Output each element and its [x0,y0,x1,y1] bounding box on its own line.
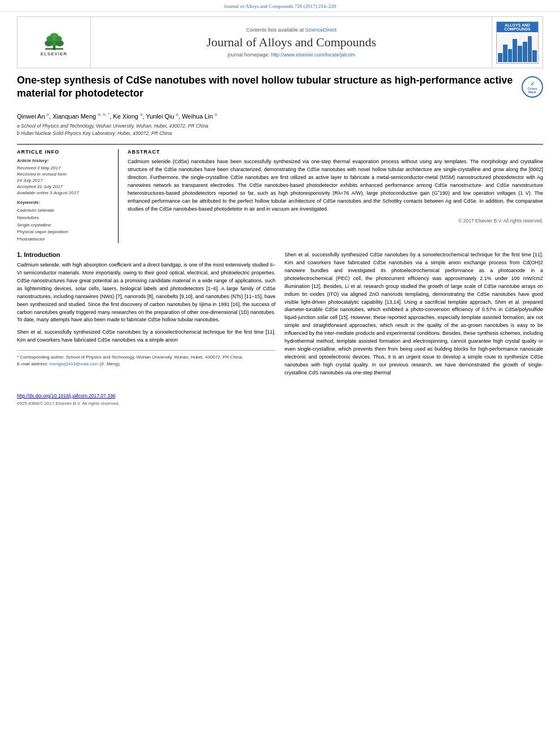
journal-cover-thumbnail: ALLOYS AND COMPOUNDS [496,21,539,64]
article-info-heading: ARTICLE INFO [17,149,111,155]
received-revised-date: 24 July 2017 [17,178,111,183]
intro-paragraph-2-partial: Shen et al. successfully synthesized CdS… [17,329,275,344]
intro-number: 1. [17,251,22,258]
crossmark-icon: ✓ Cross Mark [522,76,543,98]
keyword-2: Nanotubes [17,215,111,222]
journal-homepage: journal homepage: http://www.elsevier.co… [228,52,355,58]
journal-header: ELSEVIER Contents lists available at Sci… [17,16,543,68]
received-date: Received 3 May 2017 [17,165,111,171]
footnote-email-line: E-mail address: mengxq3413@mail.com (X. … [17,361,275,368]
intro-paragraph-1: Cadmium selenide, with high absorption c… [17,261,275,325]
svg-point-5 [46,36,53,41]
main-left-col: 1. Introduction Cadmium selenide, with h… [17,251,275,382]
bar-8 [532,50,537,62]
bar-2 [503,45,508,62]
abstract-heading: ABSTRACT [128,149,543,155]
authors-line: Qinwei An a, Xianquan Meng a, b, *, Ke X… [17,112,543,120]
history-label: Article history: [17,158,111,163]
bar-chart [498,33,537,62]
sciencedirect-link[interactable]: ScienceDirect [305,27,337,33]
journal-ref-text: Journal of Alloys and Compounds 726 (201… [224,3,336,9]
footnote-star: * Corresponding author. School of Physic… [17,354,275,361]
journal-center: Contents lists available at ScienceDirec… [91,17,492,68]
title-section: ✓ Cross Mark One-step synthesis of CdSe … [17,74,543,106]
email-address: mengxq3413@mail.com [50,361,98,366]
keyword-5: Photodetector [17,236,111,243]
keyword-3: Single-crystalline [17,222,111,229]
available-online: Available online 3 August 2017 [17,190,111,195]
main-content: 1. Introduction Cadmium selenide, with h… [17,251,543,382]
email-suffix: (X. Meng). [99,361,120,366]
keyword-1: Cadmium selenide [17,207,111,215]
cover-title: ALLOYS AND COMPOUNDS [497,22,538,32]
intro-title: Introduction [24,251,60,258]
received-revised: Received in revised form [17,172,111,177]
bar-6 [523,42,527,62]
intro-paragraph-right: Shen et al. successfully synthesized CdS… [285,251,543,377]
homepage-label: journal homepage: [228,52,270,58]
accepted-date: Accepted 31 July 2017 [17,184,111,189]
svg-point-6 [55,36,62,41]
keywords-label: Keywords: [17,200,111,205]
right-logo-container: ALLOYS AND COMPOUNDS [492,17,542,68]
paper-body: ✓ Cross Mark One-step synthesis of CdSe … [17,74,543,382]
email-label: E-mail address: [17,361,49,366]
bar-3 [508,49,513,62]
affiliations: a School of Physics and Technology, Wuha… [17,123,543,137]
elsevier-tree-icon [40,29,68,51]
elsevier-name: ELSEVIER [41,51,68,56]
elsevier-logo-container: ELSEVIER [18,17,91,68]
abstract-text: Cadmium selenide (CdSe) nanotubes have b… [128,158,543,213]
homepage-link[interactable]: http://www.elsevier.com/locate/jalcom [271,52,355,58]
footnote-section: * Corresponding author. School of Physic… [17,350,275,368]
contents-text: Contents lists available at [246,27,304,33]
cover-chart [497,32,538,63]
article-info-col: ARTICLE INFO Article history: Received 3… [17,149,119,243]
copyright-line: © 2017 Elsevier B.V. All rights reserved… [128,218,543,224]
intro-heading: 1. Introduction [17,251,275,258]
doi-url[interactable]: http://dx.doi.org/10.1016/j.jallcom.2017… [17,393,115,399]
bar-1 [498,53,502,62]
journal-title: Journal of Alloys and Compounds [207,35,377,50]
crossmark-badge: ✓ Cross Mark [522,76,543,98]
svg-rect-7 [45,48,63,49]
article-title: One-step synthesis of CdSe nanotubes wit… [17,74,543,101]
affiliation-a: a School of Physics and Technology, Wuha… [17,123,543,130]
journal-reference: Journal of Alloys and Compounds 726 (201… [0,0,560,12]
keywords-list: Cadmium selenide Nanotubes Single-crysta… [17,207,111,243]
main-right-col: Shen et al. successfully synthesized CdS… [285,251,543,382]
bar-4 [513,39,517,62]
contents-available: Contents lists available at ScienceDirec… [246,27,336,33]
elsevier-logo: ELSEVIER [40,29,68,56]
doi-link[interactable]: http://dx.doi.org/10.1016/j.jallcom.2017… [17,393,543,399]
bar-5 [518,46,522,62]
bottom-copyright: 0925-8388/© 2017 Elsevier B.V. All right… [17,401,543,406]
abstract-col: ABSTRACT Cadmium selenide (CdSe) nanotub… [128,149,543,243]
affiliation-b: b Hubei Nuclear Solid Physics Key Labora… [17,130,543,137]
article-info-abstract: ARTICLE INFO Article history: Received 3… [17,144,543,243]
keyword-4: Physical vapor deposition [17,229,111,236]
bar-7 [528,36,532,62]
